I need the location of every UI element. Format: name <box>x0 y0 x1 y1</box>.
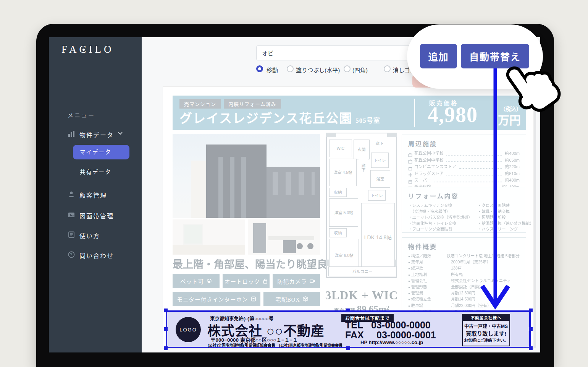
school-icon <box>408 159 412 164</box>
resize-handle-s[interactable] <box>346 346 350 350</box>
resize-handle-e[interactable] <box>529 327 533 331</box>
supermarket-icon <box>408 180 412 184</box>
promo-box: 不動産会社様へ 中古一戸建・中古MS 買取り致します! お気軽にご連絡下さい。 <box>462 314 510 346</box>
svg-text:?: ? <box>70 253 73 257</box>
overview-box: 物件概要 構造／階数鉄筋コンクリート造 地上15階建 5階部分 築年月2000年… <box>402 237 526 309</box>
facilities-box: 周辺施設 花丘公園小学校約400m 花丘公園中学校約650m コンビニエンススト… <box>402 135 526 184</box>
reform-list-right: クロス全面貼替 建具・収納交換 照明器具新設 給湯器交換（追い焚き機能） ハウス… <box>478 203 534 232</box>
room-hall-top: 廊下 <box>372 136 387 151</box>
room-balcony: バルコニー <box>328 266 396 276</box>
person-icon <box>68 190 75 198</box>
radio-fill-horizontal[interactable] <box>287 65 294 72</box>
intercom-icon <box>251 296 256 302</box>
sidebar-item-my-data[interactable]: マイデータ <box>73 145 129 159</box>
paw-icon <box>207 278 212 284</box>
reform-list-left: システムキッチン交換 （食洗機・浄水器付） ユニットバス交換（浴室乾燥機） 洗面… <box>408 203 472 232</box>
resize-handle-se[interactable] <box>529 346 533 350</box>
sidebar-item-contact[interactable]: ? 問い合わせ <box>49 250 142 261</box>
feature-autolock: オートロック <box>223 274 270 288</box>
resize-handle-w[interactable] <box>164 327 168 331</box>
overview-title: 物件概要 <box>408 242 520 251</box>
radio-rect[interactable] <box>344 65 351 72</box>
room-toilet-2: トイレ <box>368 190 386 201</box>
resize-handle-ne[interactable] <box>529 309 533 312</box>
radio-rect-label: (四角) <box>352 66 368 74</box>
company-logo: LOGO <box>176 317 201 342</box>
room-wic: WIC <box>329 140 352 157</box>
add-band-button[interactable]: 追加 <box>420 44 457 68</box>
radio-fill-horizontal-label: 塗りつぶし(水平) <box>296 66 340 74</box>
menu-label: メニュー <box>68 111 95 119</box>
feature-pets: ペット可 <box>173 274 220 288</box>
sidebar: FACILO メニュー 物件データ マイデータ 共有データ <box>49 37 142 352</box>
interior-photo-kitchen <box>248 219 320 255</box>
property-title: グレイスレジデンス花丘公園 <box>179 112 352 125</box>
room-closet-2: 収納 <box>329 228 347 237</box>
tel-line: TEL03-0000-0000 <box>345 320 431 331</box>
memberships: (公社)全国宅地建物取引業保証協会会員 (公社)東京都宅地建物取引業協会会員 <box>208 342 342 348</box>
image-icon <box>68 211 75 219</box>
room-closet-1: 収納 <box>329 188 347 197</box>
tag-reform: 内装リフォーム済み <box>224 99 281 109</box>
resize-handle-nw[interactable] <box>164 309 168 312</box>
sidebar-item-band-mgmt[interactable]: 図面帯管理 <box>49 210 142 221</box>
room-bath: 浴室 <box>370 170 390 188</box>
room-ldk: LDK 14.8帖 <box>361 203 395 272</box>
facility-row: 花丘公園小学校約400m <box>408 150 520 157</box>
sidebar-item-shared-data[interactable]: 共有データ <box>80 167 111 175</box>
homepage-url: HP http://www.○○○○○.co.jp <box>360 339 423 345</box>
promo-header: 不動産会社様へ <box>463 315 509 321</box>
fax-line: FAX03-0000-0001 <box>345 330 436 341</box>
company-band-element[interactable]: LOGO 東京都知事免許(○)第○○○○○号 株式会社 ○○不動産 〒000−0… <box>166 310 531 348</box>
auto-band-replace-button[interactable]: 自動帯替え <box>461 44 529 68</box>
interior-photo-living <box>173 219 245 255</box>
chevron-down-icon[interactable] <box>118 132 123 135</box>
feature-camera: 防犯カメラ <box>273 274 320 288</box>
facilities-title: 周辺施設 <box>408 139 520 148</box>
room-hall-mid: 廊下 <box>359 155 368 180</box>
divider <box>414 99 415 127</box>
app-logo: FACILO <box>61 44 114 55</box>
reform-title: リフォーム内容 <box>408 191 520 200</box>
catchphrase: 最上階・角部屋、陽当たり眺望良好 <box>173 256 321 271</box>
plan-name: 3LDK + WIC <box>321 289 402 302</box>
building-icon <box>68 130 75 138</box>
reform-box: リフォーム内容 システムキッチン交換 （食洗機・浄水器付） ユニットバス交換（浴… <box>402 187 526 233</box>
building-photo <box>173 134 320 218</box>
question-icon: ? <box>68 251 75 258</box>
room-toilet-1: トイレ <box>371 153 389 168</box>
price-unit: 万円 <box>498 111 521 128</box>
store-icon <box>408 166 412 171</box>
sidebar-item-customer-mgmt[interactable]: 顧客管理 <box>49 189 142 201</box>
radio-eraser[interactable] <box>384 65 391 72</box>
feature-delivery-box: 宅配BOX <box>263 292 320 306</box>
scrollbar[interactable] <box>534 88 536 348</box>
radio-move[interactable] <box>256 65 263 72</box>
box-icon <box>303 296 308 302</box>
lock-icon <box>263 278 268 284</box>
flyer-header: 売マンション 内装リフォーム済み グレイスレジデンス花丘公園505号室 販売価格… <box>173 96 526 130</box>
camera-icon <box>310 279 315 284</box>
facility-row: 花丘公園中学校約650m <box>408 157 520 164</box>
sidebar-item-property-data[interactable]: 物件データ <box>49 129 142 140</box>
room-bed-50: 洋室 5.0帖 <box>329 198 358 227</box>
price-value: 4,980 <box>428 102 478 127</box>
drugstore-icon <box>408 173 412 177</box>
sidebar-item-how-to[interactable]: 使い方 <box>49 230 142 241</box>
facility-row: スーパー約480m <box>408 177 520 184</box>
room-bed-45: 洋室 4.5帖 <box>329 159 357 186</box>
resize-handle-n[interactable] <box>346 309 350 312</box>
feature-intercom: モニター付きインターホン <box>173 292 260 306</box>
floor-plan: WIC 玄関 廊下 トイレ 浴室 トイレ 廊下 洋室 4.5帖 収納 洋室 5.… <box>326 133 397 278</box>
resize-handle-sw[interactable] <box>164 346 168 350</box>
guide-icon <box>68 231 75 239</box>
facility-row: コンビニエンスストア約220m <box>408 164 520 171</box>
radio-move-label: 移動 <box>267 66 278 74</box>
tag-mansion: 売マンション <box>179 99 221 109</box>
facility-row: ドラッグストア約510m <box>408 171 520 177</box>
unit-number: 505号室 <box>355 117 380 124</box>
school-icon <box>408 153 412 157</box>
